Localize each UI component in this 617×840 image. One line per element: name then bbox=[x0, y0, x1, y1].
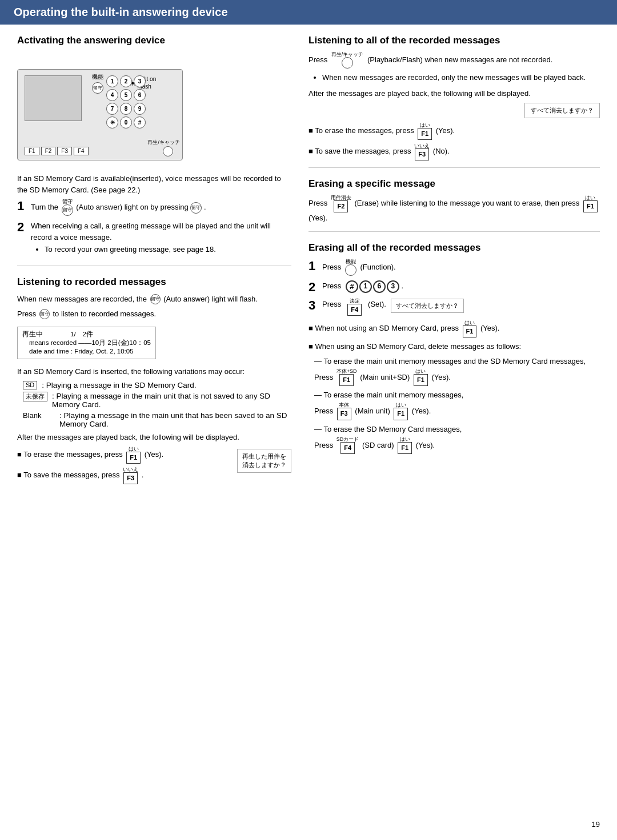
fkey-f3: F3 bbox=[57, 147, 72, 155]
section5-title: Erasing all of the recorded messages bbox=[308, 242, 600, 254]
rusumori-icon-step1: 留守 bbox=[62, 204, 73, 216]
sd-label1: SD bbox=[23, 381, 37, 389]
dash2-end2-text: (Yes). bbox=[412, 407, 431, 415]
erase-msg-text: ■ To erase the messages, press bbox=[17, 451, 123, 459]
key-8: 8 bbox=[120, 103, 132, 115]
dash3-btn2-wrap: はい F1 bbox=[397, 437, 412, 455]
function-btn-wrap: 機能 bbox=[345, 259, 356, 276]
rusumori-label-step1: 留守 bbox=[62, 199, 73, 204]
playback-label-diagram: 再生/キャッチ bbox=[147, 139, 180, 146]
save-jp-label: いいえ bbox=[123, 467, 138, 472]
sd-note: If an SD Memory Card is available(insert… bbox=[17, 173, 291, 196]
erase-all-step2-content: Press # 1 6 3 . bbox=[322, 280, 403, 293]
dash3-end-text: (SD card) bbox=[362, 440, 394, 449]
erase-specific-jp2: はい bbox=[585, 195, 595, 200]
dash1-btn1-label: 本体+SD bbox=[336, 369, 357, 374]
rusumori-inline: 留守 bbox=[150, 294, 161, 304]
note1-text: ■ When not using an SD Memory Card, pres… bbox=[308, 324, 459, 332]
key-3-big: 3 bbox=[387, 280, 399, 293]
after-playback-left: After the messages are played back, the … bbox=[17, 432, 291, 443]
erase-end-text: (Yes). bbox=[145, 451, 163, 459]
header-title: Operating the built-in answering device bbox=[14, 6, 228, 18]
erase-all-step3-num: 3 bbox=[308, 299, 320, 312]
erase-specific-btn-wrap: 用件消去 F2 bbox=[331, 195, 351, 212]
key-3: 3 bbox=[134, 75, 146, 87]
note1-end: (Yes). bbox=[480, 324, 499, 332]
display-playback-box: 再生中 1/ 2件 means recorded ——10月 2日(金)10：0… bbox=[17, 327, 156, 359]
erase-btn-wrap: はい F1 bbox=[126, 447, 141, 464]
save-end-text: . bbox=[142, 471, 144, 480]
fkeys-row: F1 F2 F3 F4 bbox=[25, 147, 89, 155]
dash2-block: — To erase the main unit memory messages… bbox=[314, 389, 600, 420]
step2-number: 2 bbox=[17, 220, 29, 234]
bullet1-right: When new messages are recorded, only the… bbox=[322, 72, 600, 83]
sd-text2: : Playing a message in the main unit tha… bbox=[52, 392, 291, 409]
erase-all-step3-content: Press 決定 F4 (Set). すべて消去しますか？ bbox=[322, 299, 464, 316]
key-0: 0 bbox=[120, 116, 132, 128]
key-hash-big: # bbox=[346, 280, 358, 293]
step1-function-end: (Function). bbox=[360, 263, 395, 271]
key-hash: # bbox=[134, 116, 146, 128]
dash3-f4-btn: F4 bbox=[340, 442, 355, 455]
erase-all-step2-num: 2 bbox=[308, 280, 320, 294]
dash2-btn1-label: 本体 bbox=[339, 403, 349, 408]
rusumori-icon-step1b: 留守 bbox=[190, 202, 202, 214]
sd-label3: Blank bbox=[23, 411, 57, 420]
dash3-press-line: Press SDカード F4 (SD card) はい F1 (Yes). bbox=[314, 437, 600, 455]
key-1-big: 1 bbox=[359, 280, 372, 293]
fkey-f2: F2 bbox=[41, 147, 56, 155]
listen-press-text: Press bbox=[17, 310, 36, 318]
dash3-end2-text: (Yes). bbox=[416, 440, 435, 449]
display-erase-confirm-box: 再生した用件を 消去しますか？ bbox=[237, 449, 291, 473]
note1-jp: はい bbox=[464, 320, 475, 325]
dash3-btn1-wrap: SDカード F4 bbox=[336, 437, 359, 455]
erase-specific-f2: F2 bbox=[334, 200, 348, 212]
kinou-label: 機能 bbox=[92, 73, 103, 81]
step2-content: When receiving a call, a greeting messag… bbox=[31, 220, 291, 258]
after-playback-right: After the messages are played back, the … bbox=[308, 88, 600, 99]
erase-all-line: ■ To erase the messages, press はい F1 (Ye… bbox=[308, 123, 600, 140]
save-btn-wrap: いいえ F3 bbox=[123, 467, 138, 484]
erase-specific-btn2-wrap: はい F1 bbox=[583, 195, 598, 212]
step1-text: Turn the bbox=[31, 203, 58, 211]
listen-press-line: Press 留守 to listen to recorded messages. bbox=[17, 308, 291, 320]
erase-all-end: (Yes). bbox=[436, 127, 455, 135]
step3-btn-wrap: 決定 F4 bbox=[347, 299, 362, 316]
fkey-f1: F1 bbox=[25, 147, 39, 155]
step3-display-box: すべて消去しますか？ bbox=[391, 299, 464, 313]
save-all-line: ■ To save the messages, press いいえ F3 (No… bbox=[308, 143, 600, 160]
dash3-f1b-btn: F1 bbox=[398, 442, 412, 455]
sd-row3: Blank : Playing a message in the main un… bbox=[23, 411, 291, 428]
key-sequence: # 1 6 3 bbox=[346, 280, 399, 293]
dash1-block: — To erase the main unit memory messages… bbox=[314, 356, 600, 386]
listen-press2: to listen to recorded messages. bbox=[53, 310, 156, 318]
divider1 bbox=[17, 266, 291, 266]
dash1-press-line: Press 本体+SD F1 (Main unit+SD) はい F1 (Yes… bbox=[314, 369, 600, 387]
step1-mid: (Auto answer) light on by pressing bbox=[76, 203, 189, 211]
dash2-btn2-label: はい bbox=[396, 403, 406, 408]
note1-btn-wrap: はい F1 bbox=[462, 320, 478, 337]
playback-btn-label: 再生/キャッチ bbox=[331, 52, 364, 57]
period-step2: . bbox=[401, 282, 403, 290]
sd-row2: 未保存 : Playing a message in the main unit… bbox=[23, 392, 291, 409]
display-playback-line2: means recorded ——10月 2日(金)10：05 bbox=[22, 339, 151, 347]
erase-specific-text: (Erase) while listening to the message y… bbox=[354, 199, 579, 208]
key-7: 7 bbox=[106, 103, 118, 115]
dash2-text: — To erase the main unit memory messages… bbox=[314, 389, 600, 401]
erase-all-text: ■ To erase the messages, press bbox=[308, 127, 414, 135]
listen-desc1: When new messages are recorded, the bbox=[17, 295, 147, 303]
display-playback-line3: date and time : Friday, Oct. 2, 10:05 bbox=[22, 347, 151, 356]
step1-block: 1 Turn the 留守 留守 (Auto answer) light on … bbox=[17, 199, 291, 216]
press-label-specific: Press bbox=[308, 199, 330, 208]
display-confirm-box: すべて消去しますか？ bbox=[524, 103, 600, 118]
save-all-jp: いいえ bbox=[414, 143, 430, 148]
step2-block: 2 When receiving a call, a greeting mess… bbox=[17, 220, 291, 258]
section3-title: Listening to all of the recorded message… bbox=[308, 35, 600, 46]
step2-bullet: To record your own greeting message, see… bbox=[45, 244, 291, 255]
section4-title: Erasing a specific message bbox=[308, 178, 600, 190]
step3-f4-btn: F4 bbox=[347, 304, 362, 316]
erase-all-step3: 3 Press 決定 F4 (Set). すべて消去しますか？ bbox=[308, 299, 600, 316]
page-number: 19 bbox=[592, 820, 600, 829]
rusumori-listen-btn: 留守 bbox=[39, 309, 50, 319]
dash2-f1b-btn: F1 bbox=[394, 408, 408, 420]
